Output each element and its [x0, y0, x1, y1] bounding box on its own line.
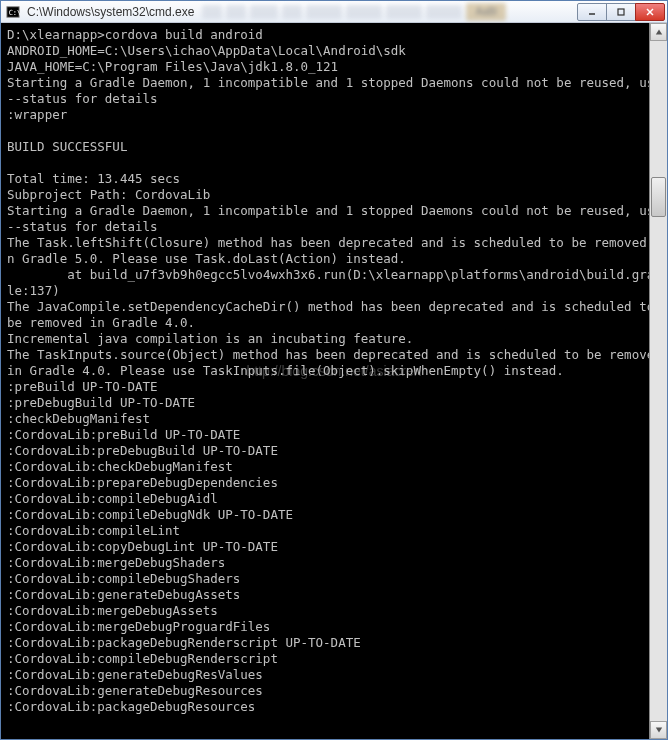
cmd-window: C:\ C:\Windows\system32\cmd.exe AaBl	[0, 0, 668, 740]
title-bar[interactable]: C:\ C:\Windows\system32\cmd.exe AaBl	[1, 1, 667, 23]
svg-text:C:\: C:\	[9, 8, 20, 16]
cmd-icon: C:\	[5, 4, 21, 20]
scrollbar-thumb[interactable]	[651, 177, 666, 217]
scroll-down-button[interactable]	[650, 721, 667, 739]
svg-rect-3	[618, 9, 624, 15]
terminal-output[interactable]: D:\xlearnapp>cordova build android ANDRO…	[1, 23, 667, 739]
svg-marker-6	[655, 30, 661, 35]
scroll-up-button[interactable]	[650, 23, 667, 41]
scrollbar-vertical[interactable]	[649, 23, 667, 739]
scrollbar-track[interactable]	[650, 41, 667, 721]
window-title: C:\Windows\system32\cmd.exe	[27, 5, 194, 19]
minimize-button[interactable]	[577, 3, 607, 21]
svg-marker-7	[655, 728, 661, 733]
close-button[interactable]	[635, 3, 665, 21]
background-ribbon: AaBl	[202, 3, 570, 21]
maximize-button[interactable]	[606, 3, 636, 21]
watermark-text: http://blog.csdn.net/asiacren	[246, 363, 421, 379]
window-controls	[578, 3, 665, 21]
